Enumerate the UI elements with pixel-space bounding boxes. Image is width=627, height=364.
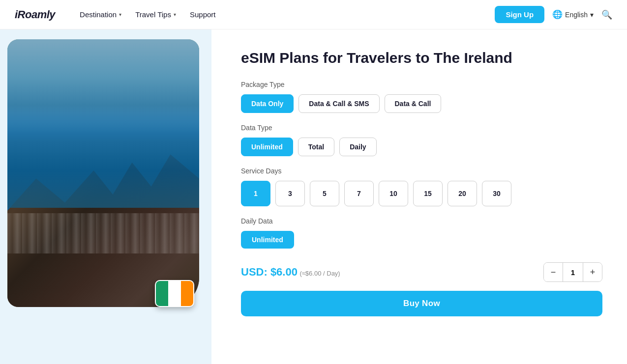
quantity-control: − 1 + <box>543 262 602 282</box>
quantity-value: 1 <box>563 263 583 281</box>
water-overlay <box>7 114 199 208</box>
logo[interactable]: iRoamly <box>15 8 55 21</box>
main-content: eSIM Plans for Travelers to The Ireland … <box>0 29 627 364</box>
globe-icon: 🌐 <box>552 9 563 20</box>
signup-button[interactable]: Sign Up <box>495 6 544 23</box>
page-title: eSIM Plans for Travelers to The Ireland <box>241 49 602 67</box>
data-type-options: Unlimited Total Daily <box>241 138 602 156</box>
waves-overlay <box>7 213 199 253</box>
data-type-label: Data Type <box>241 124 602 132</box>
package-type-label: Package Type <box>241 81 602 88</box>
data-type-total-button[interactable]: Total <box>298 138 334 156</box>
price-per-day: (≈$6.00 / Day) <box>299 270 340 277</box>
search-icon[interactable]: 🔍 <box>601 9 612 20</box>
right-panel: eSIM Plans for Travelers to The Ireland … <box>211 29 627 364</box>
daily-data-unlimited-badge[interactable]: Unlimited <box>241 231 294 249</box>
price-row: USD: $6.00 (≈$6.00 / Day) − 1 + <box>241 262 602 282</box>
flag-white-stripe <box>168 281 180 306</box>
nav-destination[interactable]: Destination ▾ <box>75 7 126 22</box>
cliffs-image <box>7 39 199 307</box>
day-15-button[interactable]: 15 <box>413 181 443 206</box>
flag-orange-stripe <box>181 281 193 306</box>
service-days-options: 1 3 5 7 10 15 20 30 <box>241 181 602 206</box>
data-type-unlimited-button[interactable]: Unlimited <box>241 138 293 156</box>
nav-travel-tips-label: Travel Tips <box>135 10 171 19</box>
day-20-button[interactable]: 20 <box>448 181 477 206</box>
day-7-button[interactable]: 7 <box>344 181 374 206</box>
nav-support[interactable]: Support <box>185 7 221 22</box>
nav-destination-label: Destination <box>80 10 117 19</box>
left-panel <box>0 29 211 364</box>
nav-travel-tips[interactable]: Travel Tips ▾ <box>130 7 181 22</box>
quantity-increase-button[interactable]: + <box>583 263 602 281</box>
flag-green-stripe <box>156 281 168 306</box>
nav-links: Destination ▾ Travel Tips ▾ Support <box>75 7 495 22</box>
language-selector[interactable]: 🌐 English ▾ <box>552 9 594 20</box>
day-5-button[interactable]: 5 <box>310 181 339 206</box>
price-value: USD: $6.00 <box>241 266 298 278</box>
day-3-button[interactable]: 3 <box>275 181 305 206</box>
quantity-decrease-button[interactable]: − <box>544 263 563 281</box>
destination-image-container <box>7 39 199 314</box>
day-1-button[interactable]: 1 <box>241 181 270 206</box>
service-days-label: Service Days <box>241 167 602 175</box>
package-data-call-button[interactable]: Data & Call <box>385 94 442 113</box>
data-type-daily-button[interactable]: Daily <box>339 138 376 156</box>
day-10-button[interactable]: 10 <box>379 181 408 206</box>
travel-tips-chevron-icon: ▾ <box>174 12 176 17</box>
package-data-call-sms-button[interactable]: Data & Call & SMS <box>299 94 379 113</box>
package-type-options: Data Only Data & Call & SMS Data & Call <box>241 94 602 113</box>
hills-overlay <box>7 39 199 120</box>
daily-data-label: Daily Data <box>241 217 602 225</box>
day-30-button[interactable]: 30 <box>482 181 511 206</box>
price-display: USD: $6.00 (≈$6.00 / Day) <box>241 266 340 279</box>
destination-chevron-icon: ▾ <box>119 12 121 17</box>
nav-support-label: Support <box>190 10 216 19</box>
language-label: English <box>565 11 588 19</box>
language-chevron-icon: ▾ <box>590 11 594 19</box>
navbar: iRoamly Destination ▾ Travel Tips ▾ Supp… <box>0 0 627 29</box>
ireland-flag-badge <box>155 280 194 307</box>
package-data-only-button[interactable]: Data Only <box>241 94 294 113</box>
buy-now-button[interactable]: Buy Now <box>241 291 602 316</box>
daily-data-section: Daily Data Unlimited <box>241 217 602 249</box>
nav-actions: Sign Up 🌐 English ▾ 🔍 <box>495 6 612 23</box>
